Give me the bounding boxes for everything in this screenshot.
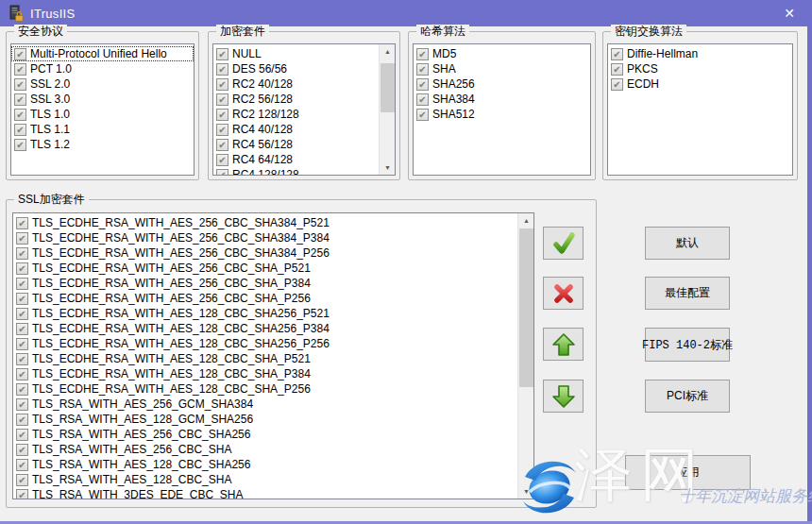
checkbox-checked-icon[interactable]: ✔ [16, 459, 28, 471]
checkbox-checked-icon[interactable]: ✔ [16, 444, 28, 456]
remove-button[interactable] [543, 277, 584, 310]
cipher-list-item[interactable]: ✔ RC2 128/128 [213, 107, 379, 122]
checkbox-checked-icon[interactable]: ✔ [611, 48, 623, 60]
hash-list[interactable]: ✔ MD5 ✔ SHA ✔ SHA256 ✔ SHA384 [413, 43, 591, 176]
move-down-button[interactable] [543, 380, 584, 413]
ssl-suite-list[interactable]: ▲ ▼ ✔ TLS_ECDHE_RSA_WITH_AES_256_CBC_SHA… [12, 212, 534, 499]
cipher-list-item[interactable]: ✔ RC4 64/128 [213, 152, 379, 167]
ssl-suite-list-item[interactable]: ✔ TLS_ECDHE_RSA_WITH_AES_256_CBC_SHA_P38… [13, 276, 517, 291]
checkbox-checked-icon[interactable]: ✔ [216, 63, 228, 76]
move-up-button[interactable] [543, 328, 584, 361]
checkbox-checked-icon[interactable]: ✔ [16, 383, 28, 396]
checkbox-checked-icon[interactable]: ✔ [14, 48, 26, 60]
checkbox-checked-icon[interactable]: ✔ [416, 78, 429, 91]
ssl-suite-list-item[interactable]: ✔ TLS_RSA_WITH_3DES_EDE_CBC_SHA [13, 487, 517, 499]
checkbox-checked-icon[interactable]: ✔ [216, 154, 228, 166]
scrollbar-up-icon[interactable]: ▲ [518, 213, 534, 228]
checkbox-checked-icon[interactable]: ✔ [16, 398, 28, 411]
checkbox-checked-icon[interactable]: ✔ [16, 489, 28, 500]
checkbox-checked-icon[interactable]: ✔ [16, 429, 28, 441]
hash-list-item[interactable]: ✔ SHA256 [414, 76, 590, 92]
hash-list-item[interactable]: ✔ MD5 [414, 46, 590, 61]
scrollbar-thumb[interactable] [519, 228, 533, 387]
ssl-suite-list-item[interactable]: ✔ TLS_ECDHE_RSA_WITH_AES_256_CBC_SHA_P25… [13, 291, 517, 306]
protocol-list-item[interactable]: ✔ TLS 1.1 [11, 122, 194, 137]
key-exchange-list-item[interactable]: ✔ Diffie-Hellman [608, 46, 792, 61]
hash-list-item[interactable]: ✔ SHA512 [414, 107, 590, 122]
checkbox-checked-icon[interactable]: ✔ [16, 232, 28, 245]
checkbox-checked-icon[interactable]: ✔ [16, 338, 28, 350]
scrollbar-thumb[interactable] [381, 63, 395, 112]
ssl-suite-list-item[interactable]: ✔ TLS_RSA_WITH_AES_256_CBC_SHA256 [13, 427, 517, 442]
checkbox-checked-icon[interactable]: ✔ [16, 353, 28, 365]
checkbox-checked-icon[interactable]: ✔ [16, 308, 28, 320]
accept-button[interactable] [543, 227, 584, 260]
checkbox-checked-icon[interactable]: ✔ [16, 247, 28, 260]
cipher-list-scrollbar[interactable]: ▲ ▼ [379, 44, 395, 175]
ssl-suite-list-item[interactable]: ✔ TLS_ECDHE_RSA_WITH_AES_128_CBC_SHA_P52… [13, 351, 517, 366]
checkbox-checked-icon[interactable]: ✔ [16, 368, 28, 380]
checkbox-checked-icon[interactable]: ✔ [14, 124, 26, 136]
cipher-list-item[interactable]: ✔ DES 56/56 [213, 61, 379, 76]
checkbox-checked-icon[interactable]: ✔ [416, 109, 429, 121]
cipher-list-item[interactable]: ✔ RC4 56/128 [213, 137, 379, 152]
key-exchange-list[interactable]: ✔ Diffie-Hellman ✔ PKCS ✔ ECDH [607, 43, 793, 176]
checkbox-checked-icon[interactable]: ✔ [16, 414, 28, 426]
cipher-list-item[interactable]: ✔ RC4 40/128 [213, 122, 379, 137]
checkbox-checked-icon[interactable]: ✔ [611, 78, 623, 91]
scrollbar-up-icon[interactable]: ▲ [380, 44, 396, 59]
cipher-list-item[interactable]: ✔ RC4 128/128 [213, 167, 379, 176]
ssl-suite-list-item[interactable]: ✔ TLS_RSA_WITH_AES_128_CBC_SHA [13, 472, 517, 487]
protocol-list-item[interactable]: ✔ Multi-Protocol Unified Hello [11, 46, 194, 61]
ssl-suite-list-item[interactable]: ✔ TLS_ECDHE_RSA_WITH_AES_128_CBC_SHA256_… [13, 306, 517, 321]
checkbox-checked-icon[interactable]: ✔ [14, 93, 26, 106]
ssl-suite-list-item[interactable]: ✔ TLS_RSA_WITH_AES_128_CBC_SHA256 [13, 457, 517, 472]
checkbox-checked-icon[interactable]: ✔ [16, 217, 28, 229]
checkbox-checked-icon[interactable]: ✔ [216, 48, 228, 60]
protocol-list-item[interactable]: ✔ TLS 1.2 [11, 137, 194, 152]
protocol-list-item[interactable]: ✔ SSL 2.0 [11, 76, 194, 92]
checkbox-checked-icon[interactable]: ✔ [14, 109, 26, 121]
ssl-suite-list-item[interactable]: ✔ TLS_ECDHE_RSA_WITH_AES_128_CBC_SHA_P38… [13, 366, 517, 381]
ssl-suite-list-item[interactable]: ✔ TLS_RSA_WITH_AES_128_GCM_SHA256 [13, 412, 517, 427]
checkbox-checked-icon[interactable]: ✔ [216, 93, 228, 106]
checkbox-checked-icon[interactable]: ✔ [216, 139, 228, 151]
checkbox-checked-icon[interactable]: ✔ [216, 169, 228, 177]
checkbox-checked-icon[interactable]: ✔ [16, 323, 28, 335]
titlebar[interactable]: ITrusIIS ✕ [0, 0, 812, 26]
key-exchange-list-item[interactable]: ✔ ECDH [608, 76, 792, 92]
default-button[interactable]: 默认 [645, 227, 730, 260]
ssl-suite-list-item[interactable]: ✔ TLS_ECDHE_RSA_WITH_AES_256_CBC_SHA_P52… [13, 261, 517, 276]
checkbox-checked-icon[interactable]: ✔ [14, 139, 26, 151]
ssl-suite-list-item[interactable]: ✔ TLS_ECDHE_RSA_WITH_AES_256_CBC_SHA384_… [13, 245, 517, 261]
ssl-suite-list-item[interactable]: ✔ TLS_ECDHE_RSA_WITH_AES_128_CBC_SHA_P25… [13, 381, 517, 397]
scrollbar-down-icon[interactable]: ▼ [380, 161, 396, 175]
hash-list-item[interactable]: ✔ SHA384 [414, 92, 590, 107]
checkbox-checked-icon[interactable]: ✔ [14, 78, 26, 91]
checkbox-checked-icon[interactable]: ✔ [216, 109, 228, 121]
cipher-list-item[interactable]: ✔ RC2 40/128 [213, 76, 379, 92]
pci-standard-button[interactable]: PCI标准 [645, 380, 730, 413]
protocol-list-item[interactable]: ✔ PCT 1.0 [11, 61, 194, 76]
ssl-suite-list-item[interactable]: ✔ TLS_ECDHE_RSA_WITH_AES_128_CBC_SHA256_… [13, 336, 517, 351]
checkbox-checked-icon[interactable]: ✔ [216, 124, 228, 136]
key-exchange-list-item[interactable]: ✔ PKCS [608, 61, 792, 76]
ssl-suite-list-item[interactable]: ✔ TLS_RSA_WITH_AES_256_GCM_SHA384 [13, 397, 517, 412]
checkbox-checked-icon[interactable]: ✔ [16, 262, 28, 275]
checkbox-checked-icon[interactable]: ✔ [416, 63, 429, 76]
protocol-list[interactable]: ✔ Multi-Protocol Unified Hello ✔ PCT 1.0… [10, 43, 195, 176]
hash-list-item[interactable]: ✔ SHA [414, 61, 590, 76]
ssl-suite-list-item[interactable]: ✔ TLS_ECDHE_RSA_WITH_AES_256_CBC_SHA384_… [13, 215, 517, 230]
checkbox-checked-icon[interactable]: ✔ [416, 93, 429, 106]
checkbox-checked-icon[interactable]: ✔ [16, 278, 28, 290]
checkbox-checked-icon[interactable]: ✔ [16, 474, 28, 486]
fips-140-2-button[interactable]: FIPS 140-2标准 [645, 328, 730, 362]
checkbox-checked-icon[interactable]: ✔ [416, 48, 429, 60]
close-button[interactable]: ✕ [773, 3, 805, 24]
checkbox-checked-icon[interactable]: ✔ [611, 63, 623, 76]
best-config-button[interactable]: 最佳配置 [645, 277, 730, 310]
ssl-suite-list-item[interactable]: ✔ TLS_RSA_WITH_AES_256_CBC_SHA [13, 442, 517, 457]
checkbox-checked-icon[interactable]: ✔ [14, 63, 26, 76]
ssl-suite-list-item[interactable]: ✔ TLS_ECDHE_RSA_WITH_AES_128_CBC_SHA256_… [13, 321, 517, 336]
cipher-list-item[interactable]: ✔ NULL [213, 46, 379, 61]
